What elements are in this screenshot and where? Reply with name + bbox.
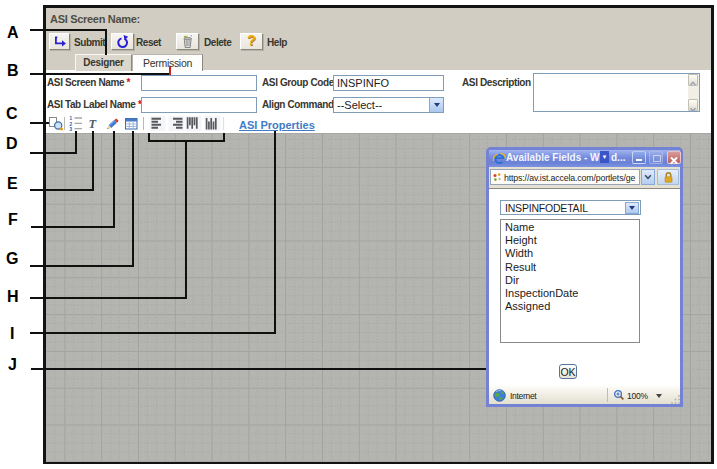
svg-text:2: 2 [70,122,73,127]
svg-text:3: 3 [70,127,73,132]
svg-text:1: 1 [70,116,73,121]
svg-text:T: T [89,117,98,131]
